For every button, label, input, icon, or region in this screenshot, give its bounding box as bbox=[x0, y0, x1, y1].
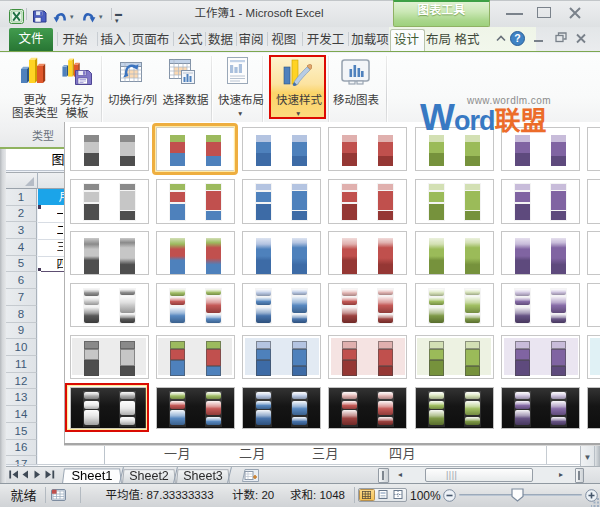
svg-text:?: ? bbox=[514, 32, 520, 44]
